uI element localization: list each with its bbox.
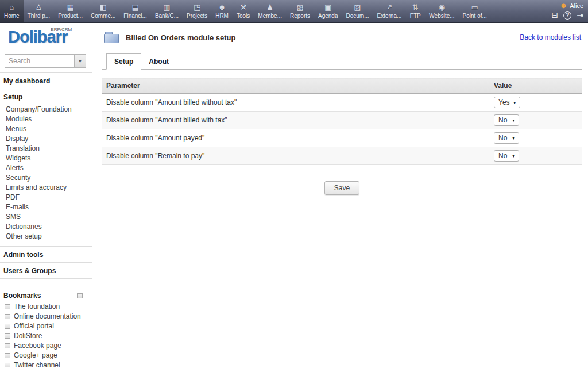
menu-label: Home bbox=[4, 13, 20, 19]
bookmarks-menu-icon[interactable] bbox=[77, 293, 83, 298]
help-icon[interactable]: ? bbox=[563, 12, 571, 20]
menu-label: Agenda bbox=[318, 13, 338, 19]
menu-item-ftp[interactable]: ⇅FTP bbox=[405, 0, 425, 22]
reports-icon: ▧ bbox=[296, 3, 303, 12]
bookmark-icon bbox=[5, 334, 10, 339]
sidebar-item-users-groups[interactable]: Users & Groups bbox=[0, 263, 92, 278]
menu-item-pos[interactable]: ▭Point of... bbox=[459, 0, 491, 22]
main-menu: ⌂Home ♙Third p... ▦Product... ◧Comme... … bbox=[0, 0, 491, 22]
page-body: Dolibarr ERP/CRM ▼ My dashboard Setup Co… bbox=[0, 23, 588, 367]
value-select-amount-billed-with-tax[interactable]: No ▼ bbox=[494, 114, 519, 126]
dolibarr-logo[interactable]: Dolibarr ERP/CRM bbox=[8, 28, 67, 47]
menu-item-external[interactable]: ↗Externa... bbox=[373, 0, 406, 22]
sidebar-item-menus[interactable]: Menus bbox=[0, 124, 92, 134]
sidebar-item-pdf[interactable]: PDF bbox=[0, 193, 92, 202]
bookmark-icon bbox=[5, 363, 10, 367]
bookmark-icon bbox=[5, 353, 10, 358]
save-button[interactable]: Save bbox=[324, 181, 359, 195]
menu-item-home[interactable]: ⌂Home bbox=[0, 0, 24, 22]
page-title: Billed On Orders module setup bbox=[126, 33, 235, 42]
menu-item-tools[interactable]: ⚒Tools bbox=[233, 0, 254, 22]
bookmark-icon bbox=[5, 304, 10, 309]
bookmark-google-plus-page[interactable]: Google+ page bbox=[0, 351, 92, 361]
sidebar-item-sms[interactable]: SMS bbox=[0, 212, 92, 222]
bookmark-label: Online documentation bbox=[14, 313, 81, 320]
menu-label: Website... bbox=[429, 13, 454, 19]
bookmark-label: DoliStore bbox=[14, 332, 42, 340]
commerce-icon: ◧ bbox=[99, 3, 106, 12]
bookmark-official-portal[interactable]: Official portal bbox=[0, 321, 92, 331]
user-menu[interactable]: ☻ Alice bbox=[552, 1, 583, 10]
menu-item-bank[interactable]: ▥Bank/C... bbox=[151, 0, 183, 22]
menu-label: Tools bbox=[237, 13, 250, 19]
logout-icon[interactable]: ⇥ bbox=[577, 11, 583, 20]
menu-item-products[interactable]: ▦Product... bbox=[54, 0, 87, 22]
value-select-remain-to-pay[interactable]: No ▼ bbox=[494, 150, 519, 162]
bookmark-icon bbox=[5, 343, 10, 348]
sidebar-item-modules[interactable]: Modules bbox=[0, 114, 92, 124]
tab-setup[interactable]: Setup bbox=[106, 53, 141, 70]
table-row: Disable column "Amount billed without ta… bbox=[102, 94, 582, 112]
hrm-icon: ☻ bbox=[218, 3, 226, 12]
bookmark-label: Facebook page bbox=[14, 342, 61, 350]
menu-item-financial[interactable]: ▤Financi... bbox=[119, 0, 151, 22]
column-header-value: Value bbox=[489, 78, 582, 94]
projects-icon: ◳ bbox=[194, 3, 200, 12]
sidebar-item-widgets[interactable]: Widgets bbox=[0, 154, 92, 163]
bookmark-label: Official portal bbox=[14, 323, 54, 330]
sidebar-item-display[interactable]: Display bbox=[0, 134, 92, 144]
external-icon: ↗ bbox=[386, 3, 392, 12]
setup-table: Parameter Value Disable column "Amount b… bbox=[102, 78, 582, 165]
menu-label: HRM bbox=[215, 13, 229, 19]
bookmark-facebook-page[interactable]: Facebook page bbox=[0, 341, 92, 351]
quick-actions: ⊟ ? ⇥ bbox=[552, 11, 583, 20]
sidebar-item-company-foundation[interactable]: Company/Foundation bbox=[0, 105, 92, 114]
bookmark-dolistore[interactable]: DoliStore bbox=[0, 331, 92, 341]
sidebar-item-emails[interactable]: E-mails bbox=[0, 202, 92, 212]
bookmark-online-documentation[interactable]: Online documentation bbox=[0, 312, 92, 321]
sidebar-item-security[interactable]: Security bbox=[0, 173, 92, 183]
sidebar-item-limits-accuracy[interactable]: Limits and accuracy bbox=[0, 183, 92, 193]
menu-item-documents[interactable]: ▨Docum... bbox=[342, 0, 373, 22]
menu-item-commerce[interactable]: ◧Comme... bbox=[87, 0, 119, 22]
bookmark-the-foundation[interactable]: The foundation bbox=[0, 302, 92, 312]
sidebar-item-dictionaries[interactable]: Dictionaries bbox=[0, 222, 92, 232]
menu-item-website[interactable]: ◉Website... bbox=[425, 0, 458, 22]
menu-item-hrm[interactable]: ☻HRM bbox=[211, 0, 233, 22]
sidebar-item-my-dashboard[interactable]: My dashboard bbox=[0, 73, 92, 89]
back-to-modules-link[interactable]: Back to modules list bbox=[520, 33, 581, 41]
menu-label: Third p... bbox=[28, 13, 50, 19]
search-input[interactable] bbox=[5, 55, 74, 67]
table-row: Disable column "Amount billed with tax" … bbox=[102, 112, 582, 129]
menu-item-members[interactable]: ♟Membe... bbox=[254, 0, 286, 22]
menu-item-projects[interactable]: ◳Projects bbox=[183, 0, 211, 22]
search-dropdown-button[interactable]: ▼ bbox=[74, 55, 86, 67]
sidebar-item-admin-tools[interactable]: Admin tools bbox=[0, 247, 92, 262]
user-icon: ☻ bbox=[559, 1, 567, 10]
module-folder-icon bbox=[104, 34, 119, 43]
products-icon: ▦ bbox=[67, 3, 74, 12]
sidebar-item-other-setup[interactable]: Other setup bbox=[0, 232, 92, 241]
menu-label: Externa... bbox=[377, 13, 402, 19]
menu-item-agenda[interactable]: ▣Agenda bbox=[314, 0, 342, 22]
sidebar-item-translation[interactable]: Translation bbox=[0, 144, 92, 154]
menu-label: Docum... bbox=[346, 13, 369, 19]
print-icon[interactable]: ⊟ bbox=[552, 11, 559, 20]
menu-item-reports[interactable]: ▧Reports bbox=[286, 0, 314, 22]
home-icon: ⌂ bbox=[9, 3, 14, 12]
value-select-amount-payed[interactable]: No ▼ bbox=[494, 132, 519, 144]
menu-item-third-parties[interactable]: ♙Third p... bbox=[24, 0, 54, 22]
value-select-amount-billed-without-tax[interactable]: Yes ▼ bbox=[494, 97, 520, 108]
menu-label: Comme... bbox=[91, 13, 115, 19]
bookmark-twitter-channel[interactable]: Twitter channel bbox=[0, 361, 92, 367]
documents-icon: ▨ bbox=[354, 3, 361, 12]
top-menubar: ⌂Home ♙Third p... ▦Product... ◧Comme... … bbox=[0, 0, 588, 23]
sidebar-section-setup[interactable]: Setup bbox=[0, 89, 92, 105]
chevron-down-icon: ▼ bbox=[512, 118, 516, 122]
menu-label: Projects bbox=[187, 13, 207, 19]
sidebar-item-alerts[interactable]: Alerts bbox=[0, 163, 92, 173]
column-header-parameter: Parameter bbox=[102, 78, 489, 94]
tab-about[interactable]: About bbox=[141, 54, 176, 69]
parameter-label: Disable column "Remain to pay" bbox=[102, 147, 489, 165]
menu-label: Product... bbox=[58, 13, 83, 19]
